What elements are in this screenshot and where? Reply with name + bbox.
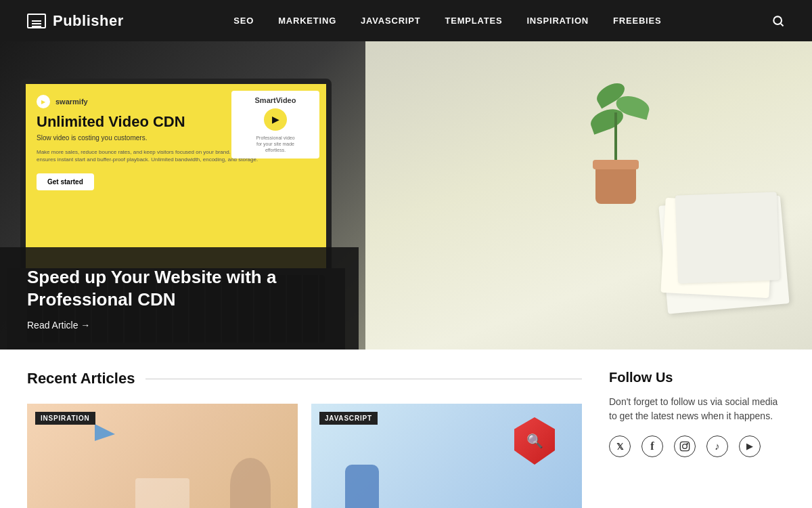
papers-decoration (650, 187, 785, 309)
nav-item-freebies[interactable]: FREEBIES (613, 16, 661, 26)
person-silhouette (230, 458, 271, 508)
shield-icon (514, 417, 555, 465)
sidebar: Follow Us Don't forget to follow us via … (609, 370, 785, 508)
nav-item-templates[interactable]: TEMPLATES (445, 16, 502, 26)
card-badge-inspiration: INSPIRATION (35, 412, 95, 425)
nav-item-marketing[interactable]: MARKETING (278, 16, 336, 26)
screen-logo-icon (37, 95, 50, 108)
header: Publisher SEO MARKETING JAVASCRIPT TEMPL… (0, 0, 812, 41)
screen-content: swarmify Unlimited Video CDN Slow video … (26, 84, 326, 270)
twitter-x-link[interactable]: 𝕏 (609, 436, 631, 457)
smartvideo-subtitle: Professional videofor your site madeeffo… (256, 135, 294, 153)
instagram-link[interactable] (674, 436, 696, 457)
nav-item-javascript[interactable]: JAVASCRIPT (361, 16, 420, 26)
plant-decoration (582, 68, 650, 204)
hero-right-decoration (365, 41, 812, 350)
svg-line-1 (781, 23, 784, 26)
facebook-link[interactable]: f (641, 436, 663, 457)
svg-rect-2 (680, 442, 689, 450)
hero-overlay: Speed up Your Website with a Professiona… (0, 247, 359, 350)
nav-item-seo[interactable]: SEO (233, 16, 254, 26)
hero-section: swarmify Unlimited Video CDN Slow video … (0, 41, 812, 350)
main-nav: SEO MARKETING JAVASCRIPT TEMPLATES INSPI… (233, 16, 661, 26)
article-cards: INSPIRATION JAVASCRIPT (27, 404, 582, 508)
articles-section: Recent Articles INSPIRATION JAVASCRIPT (27, 370, 582, 508)
main-content: Recent Articles INSPIRATION JAVASCRIPT (0, 350, 812, 508)
section-header: Recent Articles (27, 370, 582, 387)
hero-title: Speed up Your Website with a Professiona… (27, 266, 338, 310)
smartvideo-title: SmartVideo (255, 96, 296, 104)
article-card-inspiration[interactable]: INSPIRATION (27, 404, 298, 508)
read-article-link[interactable]: Read Article → (27, 320, 338, 331)
logo[interactable]: Publisher (27, 12, 124, 30)
search-icon (771, 14, 785, 28)
search-button[interactable] (771, 14, 785, 28)
article-card-javascript[interactable]: JAVASCRIPT (311, 404, 582, 508)
paper-plane-icon (95, 424, 115, 441)
smartvideo-box: SmartVideo ▶ Professional videofor your … (231, 91, 319, 158)
svg-point-0 (773, 16, 782, 24)
social-icons: 𝕏 f ♪ ▶ (609, 436, 785, 457)
nav-item-inspiration[interactable]: INSPIRATION (526, 16, 589, 26)
paper (675, 192, 780, 283)
tiktok-link[interactable]: ♪ (706, 436, 728, 457)
youtube-link[interactable]: ▶ (739, 436, 761, 457)
follow-us-text: Don't forget to follow us via social med… (609, 395, 785, 423)
recent-articles-title: Recent Articles (27, 370, 135, 387)
person-js-icon (345, 465, 379, 508)
screen-brand: swarmify (55, 98, 88, 106)
laptop-screen: swarmify Unlimited Video CDN Slow video … (20, 79, 332, 275)
plant-stem (614, 112, 617, 167)
section-divider (145, 379, 582, 379)
screen-get-started-button[interactable]: Get started (37, 173, 94, 190)
logo-text: Publisher (53, 12, 124, 30)
svg-point-4 (687, 444, 687, 444)
logo-icon (27, 14, 46, 28)
follow-us-title: Follow Us (609, 370, 785, 385)
svg-point-3 (683, 444, 687, 449)
smartvideo-play-icon: ▶ (264, 108, 287, 131)
plant-pot (595, 167, 636, 204)
card-badge-javascript: JAVASCRIPT (319, 412, 378, 425)
